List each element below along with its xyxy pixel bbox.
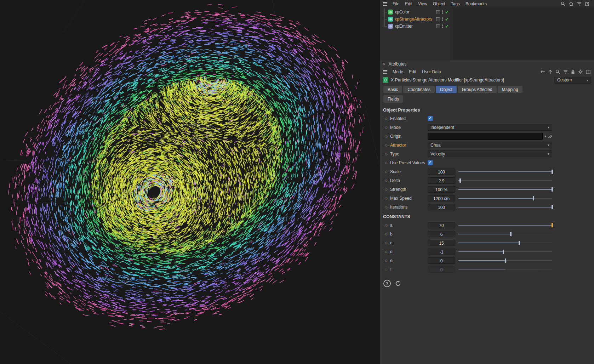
- tab-basic[interactable]: Basic: [383, 86, 402, 93]
- object-icon[interactable]: [388, 10, 393, 15]
- value-input[interactable]: -1: [428, 249, 455, 255]
- slider-handle[interactable]: [552, 223, 553, 227]
- keyframe-diamond-icon[interactable]: ◇: [385, 196, 390, 200]
- object-label[interactable]: xpEmitter: [395, 24, 436, 29]
- keyframe-diamond-icon[interactable]: ◇: [385, 134, 390, 138]
- slider-track[interactable]: [458, 196, 552, 201]
- value-input[interactable]: 2.9: [428, 177, 455, 184]
- keyframe-diamond-icon[interactable]: ◇: [385, 205, 390, 209]
- object-label[interactable]: xpStrangeAttractors: [395, 17, 436, 22]
- object-row-xpstrangeattractors[interactable]: xpStrangeAttractors✓: [380, 16, 451, 23]
- hamburger-icon[interactable]: [383, 70, 387, 74]
- close-icon[interactable]: ×: [383, 62, 385, 67]
- menu-bookmarks[interactable]: Bookmarks: [463, 1, 490, 6]
- slider-track[interactable]: [458, 187, 552, 192]
- slider-handle[interactable]: [510, 232, 512, 236]
- eyedropper-icon[interactable]: [548, 134, 552, 138]
- dropdown-mode[interactable]: Independent▾: [428, 124, 552, 131]
- search-icon[interactable]: [555, 69, 560, 74]
- slider-handle[interactable]: [505, 258, 506, 263]
- lock-icon[interactable]: [571, 69, 575, 74]
- keyframe-diamond-icon[interactable]: ◇: [385, 152, 390, 156]
- checkbox[interactable]: [428, 116, 433, 121]
- tab-mapping[interactable]: Mapping: [498, 86, 522, 93]
- slider-handle[interactable]: [533, 196, 534, 200]
- keyframe-diamond-icon[interactable]: ◇: [385, 232, 390, 236]
- keyframe-diamond-icon[interactable]: ◇: [385, 125, 390, 129]
- slider-handle[interactable]: [552, 170, 553, 174]
- hamburger-icon[interactable]: [383, 2, 387, 6]
- layer-dots[interactable]: [442, 17, 443, 21]
- menu-tags[interactable]: Tags: [448, 1, 463, 6]
- layer-dots[interactable]: [442, 10, 443, 14]
- tab-object[interactable]: Object: [436, 86, 457, 93]
- help-button[interactable]: ?: [383, 280, 391, 287]
- keyframe-diamond-icon[interactable]: ◇: [385, 143, 390, 147]
- enabled-check-icon[interactable]: ✓: [445, 10, 449, 15]
- keyframe-diamond-icon[interactable]: ◇: [385, 161, 390, 165]
- origin-link-field[interactable]: [428, 133, 543, 140]
- back-icon[interactable]: [541, 70, 545, 74]
- slider-track[interactable]: [458, 205, 552, 210]
- slider-track[interactable]: [458, 223, 552, 228]
- keyframe-diamond-icon[interactable]: ◇: [385, 178, 390, 182]
- visibility-toggle[interactable]: [436, 10, 440, 14]
- menu-edit[interactable]: Edit: [402, 1, 415, 6]
- tab-coordinates[interactable]: Coordinates: [403, 86, 435, 93]
- dropdown-attractor[interactable]: Chua▾: [428, 142, 552, 148]
- viewport-canvas[interactable]: [0, 0, 379, 364]
- slider-handle[interactable]: [519, 241, 520, 245]
- reset-button[interactable]: [394, 280, 402, 287]
- panel-icon[interactable]: [586, 70, 590, 74]
- slider-handle[interactable]: [552, 187, 553, 192]
- keyframe-diamond-icon[interactable]: ◇: [385, 258, 390, 262]
- menu-view[interactable]: View: [415, 1, 430, 6]
- checkbox[interactable]: [428, 160, 433, 165]
- object-row-xpcolor[interactable]: xpColor✓: [380, 8, 451, 16]
- keyframe-diamond-icon[interactable]: ◇: [385, 250, 390, 254]
- object-icon[interactable]: [388, 24, 393, 29]
- chevron-down-icon[interactable]: ▾: [544, 134, 546, 138]
- keyframe-diamond-icon[interactable]: ◇: [385, 116, 390, 120]
- slider-track[interactable]: [458, 169, 552, 174]
- viewport-3d[interactable]: [0, 0, 379, 364]
- keyframe-diamond-icon[interactable]: ◇: [385, 170, 390, 174]
- keyframe-diamond-icon[interactable]: ◇: [385, 187, 390, 191]
- filter-icon[interactable]: [563, 70, 568, 74]
- slider-track[interactable]: [458, 258, 552, 263]
- value-input[interactable]: 100: [428, 169, 455, 175]
- slider-track[interactable]: [458, 240, 552, 245]
- object-label[interactable]: xpColor: [395, 10, 436, 15]
- settings-icon[interactable]: [578, 69, 583, 74]
- value-input[interactable]: 0: [428, 257, 455, 264]
- new-window-icon[interactable]: [585, 1, 590, 6]
- attr-menu-mode[interactable]: Mode: [390, 69, 406, 74]
- slider-track[interactable]: [458, 232, 552, 237]
- tab-groups-affected[interactable]: Groups Affected: [458, 86, 497, 93]
- visibility-toggle[interactable]: [436, 24, 440, 28]
- tab-fields[interactable]: Fields: [383, 95, 403, 103]
- keyframe-diamond-icon[interactable]: ◇: [385, 241, 390, 245]
- up-icon[interactable]: [548, 70, 552, 74]
- layer-dots[interactable]: [442, 24, 443, 28]
- home-icon[interactable]: [569, 1, 573, 6]
- search-icon[interactable]: [561, 1, 565, 6]
- value-input[interactable]: 70: [428, 222, 455, 228]
- slider-track[interactable]: [458, 267, 552, 272]
- slider-handle[interactable]: [503, 250, 504, 254]
- value-input[interactable]: 100: [428, 204, 455, 210]
- filter-icon[interactable]: [577, 2, 582, 6]
- enabled-check-icon[interactable]: ✓: [445, 17, 449, 22]
- value-input[interactable]: 6: [428, 231, 455, 237]
- slider-handle[interactable]: [552, 205, 553, 209]
- value-input[interactable]: 100 %: [428, 186, 455, 193]
- preset-dropdown[interactable]: Custom ▾: [554, 77, 591, 84]
- menu-object[interactable]: Object: [430, 1, 448, 6]
- slider-handle[interactable]: [459, 178, 461, 183]
- attr-menu-user-data[interactable]: User Data: [419, 69, 444, 74]
- enabled-check-icon[interactable]: ✓: [445, 24, 449, 29]
- object-row-xpemitter[interactable]: xpEmitter✓: [380, 23, 451, 30]
- dropdown-type[interactable]: Velocity▾: [428, 150, 552, 157]
- keyframe-diamond-icon[interactable]: ◇: [385, 267, 390, 271]
- slider-track[interactable]: [458, 249, 552, 254]
